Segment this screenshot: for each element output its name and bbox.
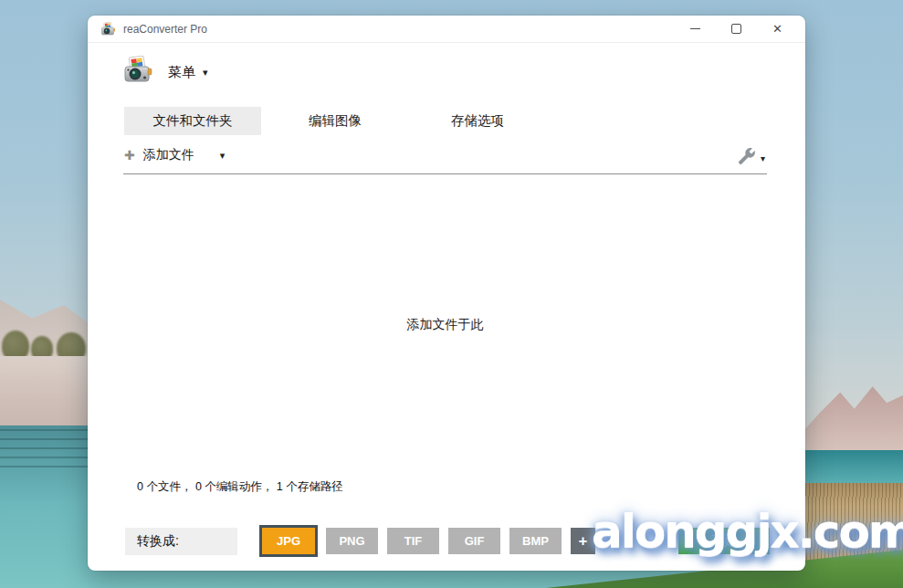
close-icon: ✕	[772, 23, 782, 35]
file-drop-area[interactable]: 添加文件于此	[123, 174, 767, 476]
close-button[interactable]: ✕	[757, 16, 798, 42]
reaconverter-window: reaConverter Pro ✕	[88, 16, 805, 571]
maximize-button[interactable]	[716, 16, 757, 42]
title-bar[interactable]: reaConverter Pro ✕	[88, 16, 805, 43]
add-format-button[interactable]: +	[571, 528, 595, 554]
add-format-icon: +	[579, 532, 588, 551]
format-label: TIF	[404, 534, 423, 548]
add-files-button[interactable]: ✚ 添加文件 ▾	[124, 147, 225, 163]
format-button-png[interactable]: PNG	[326, 528, 378, 554]
format-label: BMP	[522, 534, 549, 548]
format-button-tif[interactable]: TIF	[387, 528, 439, 554]
tab-bar: 文件和文件夹 编辑图像 存储选项	[124, 107, 546, 135]
format-button-jpg[interactable]: JPG	[259, 525, 318, 557]
maximize-icon	[731, 24, 741, 34]
wrench-icon	[738, 147, 756, 169]
app-camera-icon	[122, 56, 153, 89]
window-title: reaConverter Pro	[123, 23, 207, 36]
wallpaper-water-right	[802, 450, 903, 487]
plus-icon: ✚	[124, 148, 135, 163]
tab-label: 编辑图像	[309, 112, 362, 130]
menu-label: 菜单	[168, 64, 195, 81]
tab-edit-images[interactable]: 编辑图像	[267, 107, 404, 135]
format-button-bmp[interactable]: BMP	[509, 528, 562, 554]
convert-to-label: 转换成:	[137, 533, 179, 550]
add-files-dropdown-icon[interactable]: ▾	[220, 150, 226, 162]
main-menu-button[interactable]: 菜单 ▾	[122, 56, 208, 89]
tab-label: 文件和文件夹	[153, 112, 233, 130]
format-label: JPG	[277, 534, 300, 548]
tab-label: 存储选项	[451, 112, 504, 130]
desktop: reaConverter Pro ✕	[0, 0, 903, 588]
window-controls: ✕	[675, 16, 798, 42]
format-label: PNG	[339, 534, 364, 548]
tools-dropdown-icon: ▾	[761, 153, 765, 163]
wallpaper-shore-left	[0, 356, 89, 435]
tools-menu-button[interactable]: ▾	[738, 147, 765, 169]
menu-dropdown-icon: ▾	[203, 67, 208, 79]
minimize-icon	[690, 28, 700, 29]
format-button-gif[interactable]: GIF	[448, 528, 500, 554]
drop-hint-text: 添加文件于此	[407, 317, 484, 333]
convert-to-label-box: 转换成:	[125, 528, 237, 555]
start-button[interactable]: 开始	[678, 528, 770, 554]
wallpaper-water-ripples	[0, 429, 89, 473]
tab-saving-options[interactable]: 存储选项	[409, 107, 546, 135]
tab-files-and-folders[interactable]: 文件和文件夹	[124, 107, 261, 135]
format-label: GIF	[465, 534, 485, 548]
minimize-button[interactable]	[675, 16, 716, 42]
app-icon	[100, 22, 116, 37]
start-label: 开始	[711, 533, 737, 550]
status-summary: 0 个文件， 0 个编辑动作， 1 个存储路径	[137, 479, 343, 495]
add-files-label: 添加文件	[143, 147, 194, 163]
